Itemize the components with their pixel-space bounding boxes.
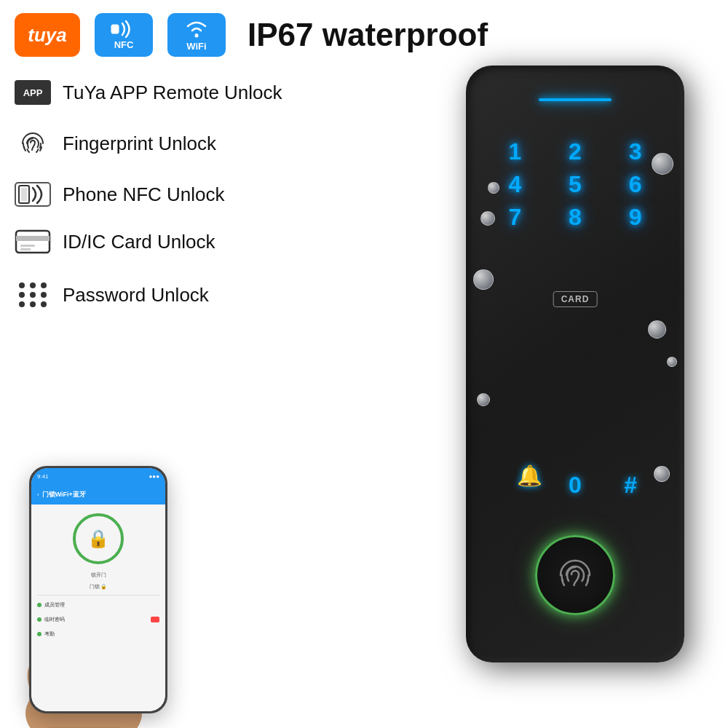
svg-rect-5 [16,236,50,241]
nfc-badge: NFC [95,13,153,57]
key-3[interactable]: 3 [608,138,662,165]
device-body: 1 2 3 4 5 6 7 8 9 CARD 🔔 0 # [466,66,684,662]
feature-card: ID/IC Card Unlock [15,227,328,256]
lock-status-label: 锁开门 [91,571,106,579]
key-0[interactable]: 0 [569,472,582,499]
menu-item-1: 成员管理 [44,601,65,609]
svg-rect-6 [20,245,35,247]
fingerprint-sensor-icon [553,553,597,597]
door-label: 门锁 🔒 [90,583,108,590]
divider [37,595,159,596]
fingerprint-icon [15,125,51,162]
phone-mockup: 9:41 ●●● ‹ 门锁WiFi+蓝牙 🔒 锁开门 门锁 🔒 [29,466,167,713]
menu-item-2: 临时密码 [44,616,65,623]
water-drop-5 [654,466,670,482]
key-hash[interactable]: # [624,472,637,499]
password-dots-icon [15,277,51,313]
phone-list-item-1: 成员管理 [37,600,159,610]
phone-statusbar: 9:41 ●●● [31,468,165,484]
menu-item-3: 考勤 [44,630,55,638]
header: tuya NFC WiFi IP67 waterproof [0,0,728,64]
key-8[interactable]: 8 [548,204,603,231]
bell-icon: 🔔 [517,464,542,488]
svg-rect-7 [20,248,31,250]
feature-card-text: ID/IC Card Unlock [63,231,215,253]
nfc-small-icon [15,182,51,207]
key-1[interactable]: 1 [488,138,542,165]
list-dot-3 [37,632,41,636]
phone-list-item-3: 考勤 [37,629,159,639]
list-dot [37,603,41,607]
feature-password: Password Unlock [15,277,328,313]
water-drop-7 [473,269,494,290]
key-9[interactable]: 9 [608,204,662,231]
water-drop-3 [648,320,666,339]
keypad: 1 2 3 4 5 6 7 8 9 [466,124,684,245]
features-section: APP TuYa APP Remote Unlock Fingerprint U… [15,80,328,333]
phone-header-title: 门锁WiFi+蓝牙 [42,490,86,499]
wifi-badge: WiFi [167,13,226,57]
app-icon: APP [15,80,51,105]
phone-list-item-2: 临时密码 [37,614,159,625]
card-label: CARD [553,291,598,307]
feature-nfc-text: Phone NFC Unlock [63,183,225,206]
feature-app-text: TuYa APP Remote Unlock [63,82,282,104]
water-drop-4 [477,393,490,406]
notification-badge [151,617,159,622]
tuya-logo: tuya [15,13,80,57]
fingerprint-button[interactable] [535,535,615,615]
phone-app-content: 🔒 锁开门 门锁 🔒 成员管理 临时密码 [31,505,165,711]
key-2[interactable]: 2 [548,138,603,165]
phone-time: 9:41 [37,473,49,480]
phone-signal: ●●● [149,473,160,480]
phone-app-header: ‹ 门锁WiFi+蓝牙 [31,484,165,505]
svg-rect-3 [21,188,27,201]
device-section: 1 2 3 4 5 6 7 8 9 CARD 🔔 0 # [466,66,706,692]
feature-password-text: Password Unlock [63,284,209,306]
feature-nfc: Phone NFC Unlock [15,182,328,207]
wifi-icon [183,19,210,39]
ip67-title: IP67 waterproof [248,17,488,53]
key-6[interactable]: 6 [608,171,662,198]
nfc-waves-icon [111,20,137,38]
nfc-phone-icon [17,182,49,207]
led-strip [539,98,612,101]
back-icon: ‹ [37,491,39,498]
svg-point-1 [195,33,199,37]
svg-rect-0 [111,25,119,33]
key-4[interactable]: 4 [488,171,542,198]
card-icon [15,227,51,256]
lock-circle: 🔒 [73,513,124,564]
phone-section: 9:41 ●●● ‹ 门锁WiFi+蓝牙 🔒 锁开门 门锁 🔒 [15,466,182,713]
water-drop-8 [667,357,677,367]
key-5[interactable]: 5 [548,171,603,198]
phone-screen: 9:41 ●●● ‹ 门锁WiFi+蓝牙 🔒 锁开门 门锁 🔒 [31,468,165,711]
feature-fingerprint: Fingerprint Unlock [15,125,328,162]
feature-fingerprint-text: Fingerprint Unlock [63,132,216,155]
feature-app-remote: APP TuYa APP Remote Unlock [15,80,328,105]
key-7[interactable]: 7 [488,204,542,231]
list-dot-2 [37,617,41,622]
